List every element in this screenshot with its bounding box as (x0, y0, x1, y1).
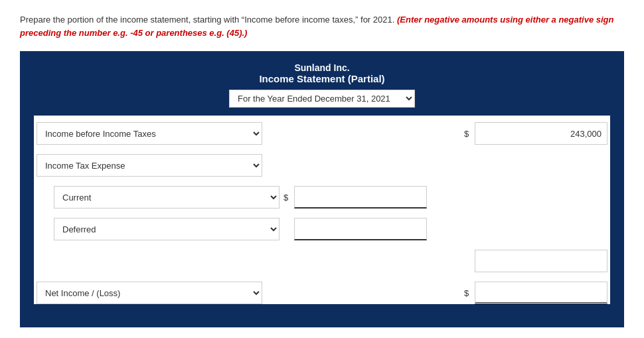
instructions-main: Prepare the portion of the income statem… (20, 15, 394, 25)
net-income-row: Net Income / (Loss) Income before Income… (34, 282, 610, 304)
net-income-dollar: $ (464, 288, 471, 298)
income-before-taxes-row: Income before Income Taxes Income Tax Ex… (34, 122, 610, 145)
statement-header: Sunland Inc. Income Statement (Partial) … (34, 62, 610, 108)
deferred-select[interactable]: Deferred Income before Income Taxes Inco… (54, 218, 280, 240)
period-select-wrapper: For the Year Ended December 31, 2021 For… (34, 90, 610, 108)
form-area: Income before Income Taxes Income Tax Ex… (34, 116, 610, 304)
subtotal-input[interactable] (475, 250, 607, 272)
deferred-input[interactable] (294, 218, 427, 240)
subtotal-row (34, 250, 610, 272)
net-income-select[interactable]: Net Income / (Loss) Income before Income… (37, 282, 262, 304)
income-before-taxes-dollar: $ (464, 129, 471, 139)
net-income-input[interactable] (475, 282, 607, 304)
period-select[interactable]: For the Year Ended December 31, 2021 For… (229, 90, 415, 108)
current-select[interactable]: Current Income before Income Taxes Incom… (54, 186, 280, 209)
income-before-taxes-value: 243,000 (475, 122, 607, 145)
company-name: Sunland Inc. (34, 62, 610, 73)
statement-title: Income Statement (Partial) (34, 73, 610, 84)
current-row: Current Income before Income Taxes Incom… (34, 186, 610, 209)
current-input[interactable] (294, 186, 427, 209)
income-before-taxes-select[interactable]: Income before Income Taxes Income Tax Ex… (37, 122, 262, 145)
income-tax-expense-row: Income Tax Expense Income before Income … (34, 154, 610, 177)
income-tax-expense-select[interactable]: Income Tax Expense Income before Income … (37, 154, 262, 177)
deferred-row: Deferred Income before Income Taxes Inco… (34, 218, 610, 240)
current-dollar: $ (283, 193, 290, 203)
instructions: Prepare the portion of the income statem… (20, 13, 624, 39)
statement-container: Sunland Inc. Income Statement (Partial) … (20, 51, 624, 327)
